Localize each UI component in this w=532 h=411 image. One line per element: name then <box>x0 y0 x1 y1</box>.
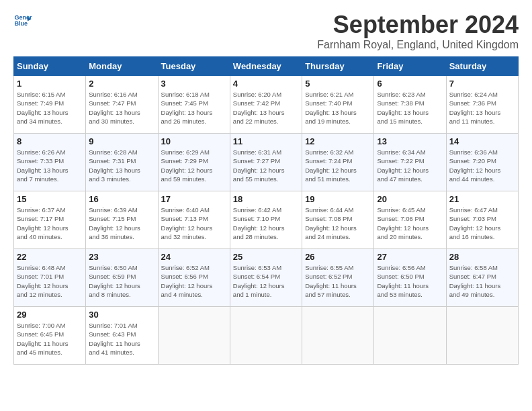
day-number: 10 <box>161 136 227 146</box>
day-number: 8 <box>17 136 83 146</box>
day-info: Sunrise: 6:15 AMSunset: 7:49 PMDaylight:… <box>17 90 83 126</box>
day-info: Sunrise: 6:55 AMSunset: 6:52 PMDaylight:… <box>305 263 371 299</box>
table-cell: 26Sunrise: 6:55 AMSunset: 6:52 PMDayligh… <box>302 249 374 307</box>
table-cell: 21Sunrise: 6:47 AMSunset: 7:03 PMDayligh… <box>446 191 518 249</box>
header-row: Sunday Monday Tuesday Wednesday Thursday… <box>14 57 519 76</box>
month-title: September 2024 <box>317 11 519 39</box>
table-cell: 3Sunrise: 6:18 AMSunset: 7:45 PMDaylight… <box>158 76 230 134</box>
day-number: 14 <box>449 136 515 146</box>
table-cell <box>302 307 374 365</box>
col-tuesday: Tuesday <box>158 57 230 76</box>
day-info: Sunrise: 6:52 AMSunset: 6:56 PMDaylight:… <box>161 263 227 299</box>
day-number: 4 <box>233 79 299 89</box>
day-info: Sunrise: 6:26 AMSunset: 7:33 PMDaylight:… <box>17 148 83 183</box>
day-info: Sunrise: 6:36 AMSunset: 7:20 PMDaylight:… <box>449 148 515 183</box>
day-info: Sunrise: 6:24 AMSunset: 7:36 PMDaylight:… <box>449 90 515 126</box>
table-cell: 18Sunrise: 6:42 AMSunset: 7:10 PMDayligh… <box>230 191 302 249</box>
table-cell: 20Sunrise: 6:45 AMSunset: 7:06 PMDayligh… <box>374 191 446 249</box>
day-info: Sunrise: 6:47 AMSunset: 7:03 PMDaylight:… <box>449 205 515 241</box>
table-cell: 8Sunrise: 6:26 AMSunset: 7:33 PMDaylight… <box>14 134 86 191</box>
day-number: 23 <box>89 252 154 262</box>
table-row: 29Sunrise: 7:00 AMSunset: 6:45 PMDayligh… <box>14 307 519 365</box>
table-cell: 2Sunrise: 6:16 AMSunset: 7:47 PMDaylight… <box>86 76 158 134</box>
page-container: General Blue September 2024 Farnham Roya… <box>0 0 532 371</box>
day-info: Sunrise: 6:18 AMSunset: 7:45 PMDaylight:… <box>161 90 227 126</box>
table-cell: 4Sunrise: 6:20 AMSunset: 7:42 PMDaylight… <box>230 76 302 134</box>
table-cell: 19Sunrise: 6:44 AMSunset: 7:08 PMDayligh… <box>302 191 374 249</box>
day-number: 22 <box>17 252 83 262</box>
table-cell <box>446 307 518 365</box>
table-cell: 25Sunrise: 6:53 AMSunset: 6:54 PMDayligh… <box>230 249 302 307</box>
day-info: Sunrise: 6:40 AMSunset: 7:13 PMDaylight:… <box>161 205 227 241</box>
table-cell: 5Sunrise: 6:21 AMSunset: 7:40 PMDaylight… <box>302 76 374 134</box>
day-number: 30 <box>89 310 154 320</box>
day-number: 24 <box>161 252 227 262</box>
logo-icon: General Blue <box>13 11 32 30</box>
table-row: 15Sunrise: 6:37 AMSunset: 7:17 PMDayligh… <box>14 191 519 249</box>
day-info: Sunrise: 6:34 AMSunset: 7:22 PMDaylight:… <box>377 148 443 183</box>
day-info: Sunrise: 6:42 AMSunset: 7:10 PMDaylight:… <box>233 205 299 241</box>
day-info: Sunrise: 6:21 AMSunset: 7:40 PMDaylight:… <box>305 90 371 126</box>
day-number: 1 <box>17 79 83 89</box>
table-cell: 27Sunrise: 6:56 AMSunset: 6:50 PMDayligh… <box>374 249 446 307</box>
table-row: 8Sunrise: 6:26 AMSunset: 7:33 PMDaylight… <box>14 134 519 191</box>
table-cell: 30Sunrise: 7:01 AMSunset: 6:43 PMDayligh… <box>86 307 158 365</box>
col-monday: Monday <box>86 57 158 76</box>
table-cell <box>374 307 446 365</box>
day-number: 25 <box>233 252 299 262</box>
day-number: 5 <box>305 79 371 89</box>
table-cell: 1Sunrise: 6:15 AMSunset: 7:49 PMDaylight… <box>14 76 86 134</box>
day-info: Sunrise: 6:16 AMSunset: 7:47 PMDaylight:… <box>89 90 154 126</box>
day-number: 19 <box>305 194 371 204</box>
subtitle: Farnham Royal, England, United Kingdom <box>317 39 519 51</box>
table-cell: 23Sunrise: 6:50 AMSunset: 6:59 PMDayligh… <box>86 249 158 307</box>
day-number: 11 <box>233 136 299 146</box>
col-wednesday: Wednesday <box>230 57 302 76</box>
day-info: Sunrise: 6:31 AMSunset: 7:27 PMDaylight:… <box>233 148 299 183</box>
col-friday: Friday <box>374 57 446 76</box>
day-number: 16 <box>89 194 154 204</box>
table-cell: 22Sunrise: 6:48 AMSunset: 7:01 PMDayligh… <box>14 249 86 307</box>
table-cell: 28Sunrise: 6:58 AMSunset: 6:47 PMDayligh… <box>446 249 518 307</box>
table-cell <box>158 307 230 365</box>
table-row: 22Sunrise: 6:48 AMSunset: 7:01 PMDayligh… <box>14 249 519 307</box>
day-number: 27 <box>377 252 443 262</box>
day-number: 6 <box>377 79 443 89</box>
table-cell: 15Sunrise: 6:37 AMSunset: 7:17 PMDayligh… <box>14 191 86 249</box>
table-cell: 11Sunrise: 6:31 AMSunset: 7:27 PMDayligh… <box>230 134 302 191</box>
table-row: 1Sunrise: 6:15 AMSunset: 7:49 PMDaylight… <box>14 76 519 134</box>
col-thursday: Thursday <box>302 57 374 76</box>
calendar-table: Sunday Monday Tuesday Wednesday Thursday… <box>13 56 519 365</box>
table-cell: 13Sunrise: 6:34 AMSunset: 7:22 PMDayligh… <box>374 134 446 191</box>
day-info: Sunrise: 6:44 AMSunset: 7:08 PMDaylight:… <box>305 205 371 241</box>
table-cell: 17Sunrise: 6:40 AMSunset: 7:13 PMDayligh… <box>158 191 230 249</box>
logo: General Blue <box>13 11 32 30</box>
day-info: Sunrise: 6:45 AMSunset: 7:06 PMDaylight:… <box>377 205 443 241</box>
day-info: Sunrise: 6:20 AMSunset: 7:42 PMDaylight:… <box>233 90 299 126</box>
day-info: Sunrise: 6:39 AMSunset: 7:15 PMDaylight:… <box>89 205 154 241</box>
day-number: 12 <box>305 136 371 146</box>
day-info: Sunrise: 6:32 AMSunset: 7:24 PMDaylight:… <box>305 148 371 183</box>
day-number: 2 <box>89 79 154 89</box>
day-info: Sunrise: 6:29 AMSunset: 7:29 PMDaylight:… <box>161 148 227 183</box>
day-number: 15 <box>17 194 83 204</box>
table-cell <box>230 307 302 365</box>
day-number: 3 <box>161 79 227 89</box>
day-info: Sunrise: 6:53 AMSunset: 6:54 PMDaylight:… <box>233 263 299 299</box>
day-number: 29 <box>17 310 83 320</box>
day-number: 20 <box>377 194 443 204</box>
table-cell: 24Sunrise: 6:52 AMSunset: 6:56 PMDayligh… <box>158 249 230 307</box>
col-sunday: Sunday <box>14 57 86 76</box>
day-number: 7 <box>449 79 515 89</box>
day-info: Sunrise: 6:56 AMSunset: 6:50 PMDaylight:… <box>377 263 443 299</box>
day-info: Sunrise: 6:23 AMSunset: 7:38 PMDaylight:… <box>377 90 443 126</box>
day-info: Sunrise: 6:28 AMSunset: 7:31 PMDaylight:… <box>89 148 154 183</box>
day-info: Sunrise: 7:01 AMSunset: 6:43 PMDaylight:… <box>89 321 154 357</box>
day-number: 17 <box>161 194 227 204</box>
title-section: September 2024 Farnham Royal, England, U… <box>317 11 519 51</box>
table-cell: 10Sunrise: 6:29 AMSunset: 7:29 PMDayligh… <box>158 134 230 191</box>
day-number: 26 <box>305 252 371 262</box>
svg-text:Blue: Blue <box>14 20 28 27</box>
table-cell: 9Sunrise: 6:28 AMSunset: 7:31 PMDaylight… <box>86 134 158 191</box>
day-info: Sunrise: 6:58 AMSunset: 6:47 PMDaylight:… <box>449 263 515 299</box>
